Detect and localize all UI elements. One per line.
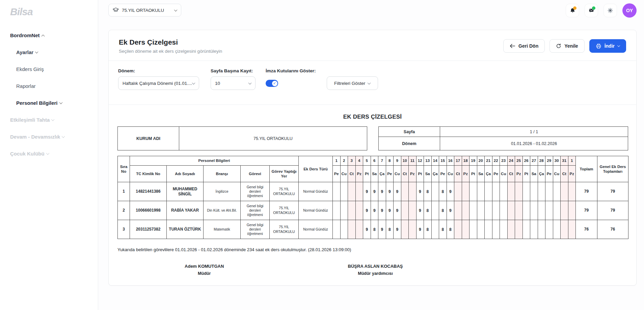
day-abbr-header: Pt	[416, 166, 424, 182]
printer-icon	[596, 43, 601, 49]
settings-button[interactable]	[603, 4, 617, 17]
day-number-header: 28	[538, 156, 545, 166]
day-abbr-header: Ct	[561, 166, 568, 182]
day-number-header: 26	[522, 156, 530, 166]
refresh-button[interactable]: Yenile	[549, 39, 584, 53]
day-value-cell	[454, 220, 462, 239]
day-number-header: 21	[485, 156, 492, 166]
day-number-header: 18	[462, 156, 469, 166]
day-abbr-header: Ct	[401, 166, 409, 182]
check-icon: ✓	[272, 81, 277, 86]
day-value-cell	[355, 201, 363, 220]
day-abbr-header: Pz	[355, 166, 363, 182]
day-number-header: 4	[355, 156, 363, 166]
day-number-header: 29	[545, 156, 553, 166]
day-value-cell: 9	[378, 220, 386, 239]
day-number-header: 24	[507, 156, 515, 166]
cell-gorev-yeri: 75.YIL ORTAOKULU	[270, 220, 299, 239]
donem-label: Dönem:	[118, 68, 199, 73]
filters-toggle-button[interactable]: Filtreleri Göster	[327, 76, 378, 90]
day-abbr-header: Pt	[522, 166, 530, 182]
gear-icon	[607, 7, 614, 14]
day-number-header: 23	[500, 156, 508, 166]
message-badge	[592, 6, 595, 10]
user-avatar[interactable]: OY	[622, 3, 637, 18]
header-adi-soyadi: Adı Soyadı	[167, 166, 204, 182]
refresh-icon	[556, 43, 561, 49]
day-value-cell: 9	[447, 201, 454, 220]
signature-title: Müdür yardımcısı	[291, 271, 459, 276]
day-abbr-header: Cu	[500, 166, 508, 182]
cell-gorevi: Genel bilgi dersleri öğretmeni	[241, 182, 270, 201]
notifications-button[interactable]	[566, 4, 579, 17]
donem-row-label: Dönem	[379, 137, 440, 150]
sidebar-item-ayarlar[interactable]: Ayarlar	[16, 49, 98, 55]
cell-gorev-yeri: 75.YIL ORTAOKULU	[270, 182, 299, 201]
donem-select[interactable]: Haftalık Çalışma Dönemi (01.01....	[118, 76, 199, 90]
day-value-cell	[553, 220, 561, 239]
header-ek-ders-turu: Ek Ders Türü	[299, 156, 333, 182]
day-value-cell	[355, 220, 363, 239]
notification-badge	[573, 6, 576, 10]
day-number-header: 6	[371, 156, 378, 166]
cell-adi-soyadi: MUHAMMED SİNGİL	[167, 182, 204, 201]
page-info-table: Sayfa 1 / 1 Dönem 01.01.2026 - 01.02.202…	[378, 126, 628, 150]
header-bransi: Branşı	[204, 166, 241, 182]
day-value-cell	[462, 220, 469, 239]
day-number-header: 3	[348, 156, 356, 166]
school-selector-dropdown[interactable]: 75.YIL ORTAOKULU	[108, 4, 181, 17]
day-value-cell: 9	[416, 182, 424, 201]
header-gorevi: Görevi	[241, 166, 270, 182]
imza-toggle[interactable]: ✓	[266, 80, 278, 87]
app-logo: Bilsa	[10, 6, 98, 18]
day-value-cell: 9	[416, 201, 424, 220]
chevron-down-icon	[174, 8, 178, 11]
sidebar-item-ekders-giris[interactable]: Ekders Giriş	[16, 66, 98, 72]
day-value-cell	[333, 201, 341, 220]
chevron-down-icon	[59, 101, 62, 104]
kurum-info-table: KURUM ADI 75.YIL ORTAOKULU	[117, 126, 367, 150]
per-page-label: Sayfa Başına Kayıt:	[211, 68, 256, 73]
day-value-cell: 9	[416, 220, 424, 239]
day-value-cell	[409, 182, 417, 201]
chevron-down-icon	[368, 81, 371, 85]
day-value-cell	[553, 182, 561, 201]
cell-toplam: 79	[576, 182, 597, 201]
cell-gorevi: Genel bilgi dersleri öğretmeni	[241, 220, 270, 239]
topbar: 75.YIL ORTAOKULU	[98, 0, 644, 20]
download-button[interactable]: İndir	[589, 39, 626, 53]
day-number-header: 1	[333, 156, 341, 166]
main-area: 75.YIL ORTAOKULU	[98, 0, 644, 310]
cell-sira-no: 1	[118, 182, 130, 201]
day-number-header: 22	[492, 156, 500, 166]
cell-adi-soyadi: TURAN ÖZTÜRK	[167, 220, 204, 239]
day-value-cell	[469, 220, 477, 239]
day-abbr-header: Cu	[394, 166, 401, 182]
sidebar-item-raporlar[interactable]: Raporlar	[16, 83, 98, 89]
messages-button[interactable]	[585, 4, 598, 17]
day-value-cell	[477, 182, 485, 201]
imza-label: İmza Kutularını Göster:	[266, 68, 316, 73]
sidebar-menu: BordromNetAyarlarEkders GirişRaporlarPer…	[10, 32, 98, 157]
sidebar-item-devam-devamsizlik[interactable]: Devam - Devamsızlık	[10, 134, 98, 140]
day-number-header: 10	[401, 156, 409, 166]
day-value-cell: 9	[394, 182, 401, 201]
per-page-select[interactable]: 10	[211, 76, 256, 90]
day-abbr-header: Pz	[515, 166, 523, 182]
arrow-left-icon	[510, 44, 515, 48]
sidebar-item-etkilesimli-tahta[interactable]: Etkileşimli Tahta	[10, 117, 98, 123]
day-abbr-header: Ct	[454, 166, 462, 182]
sidebar-item-cocuk-kulubu[interactable]: Çocuk Kulübü	[10, 151, 98, 157]
cell-sira-no: 3	[118, 220, 130, 239]
back-button[interactable]: Geri Dön	[503, 39, 545, 53]
header-toplam: Toplam	[576, 156, 597, 182]
sidebar-item-personel-bilgileri[interactable]: Personel Bilgileri	[16, 100, 98, 106]
donem-row-value: 01.01.2026 - 01.02.2026	[440, 137, 628, 150]
day-number-header: 20	[477, 156, 485, 166]
day-number-header: 2	[340, 156, 348, 166]
table-row: 320311257382TURAN ÖZTÜRKMatematikGenel b…	[118, 220, 628, 239]
day-number-header: 8	[386, 156, 394, 166]
day-value-cell	[500, 201, 508, 220]
day-value-cell	[500, 182, 508, 201]
sidebar-item-bordromnet[interactable]: BordromNet	[10, 32, 98, 38]
